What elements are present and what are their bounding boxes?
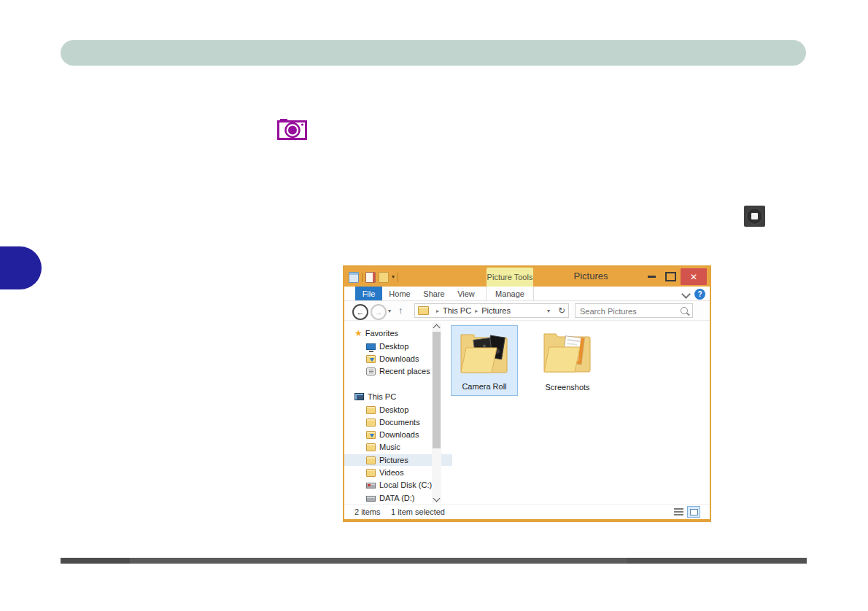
tab-home[interactable]: Home [387,287,413,300]
sidebar-item-label: Pictures [379,456,408,464]
sidebar-item-label: Desktop [379,342,408,351]
sidebar-group-favorites[interactable]: ★ Favorites [344,327,441,339]
sidebar-scrollbar[interactable] [432,323,441,503]
explorer-icon[interactable] [349,272,359,283]
stop-square [751,213,758,219]
camera-icon [277,118,307,140]
data-drive-icon [366,496,376,502]
tab-file[interactable]: File [355,287,382,300]
this-pc-icon [354,393,364,400]
maximize-button[interactable] [665,272,676,281]
folder-name: Screenshots [534,383,601,392]
address-box[interactable]: ▸ This PC ▸ Pictures [414,303,569,318]
folder-tile-camera-roll[interactable]: Camera Roll [451,325,518,396]
ribbon-tab-row: File Home Share View Manage ? [344,287,710,301]
footer-rule-segment [627,558,807,564]
ribbon-collapse-chevron-icon[interactable] [681,289,691,299]
sidebar-item-label: Documents [379,418,420,427]
breadcrumb-this-pc[interactable]: This PC [443,306,471,315]
favorites-star-icon: ★ [354,329,363,338]
up-button[interactable]: ↑ [398,305,403,316]
sidebar-item-label: Downloads [379,354,419,363]
camera-stop-button-icon [744,206,765,227]
breadcrumb-separator-icon: ▸ [475,308,478,314]
header-pill [61,40,806,66]
desktop-folder-icon [366,406,376,414]
camera-roll-folder-icon [459,330,510,375]
tab-view[interactable]: View [454,287,478,300]
status-bar: 2 items 1 item selected [344,504,710,519]
tab-share[interactable]: Share [420,287,448,300]
toolbar-separator [398,273,398,282]
sidebar-group-label: Favorites [365,329,398,338]
help-button[interactable]: ? [694,289,705,300]
window-title: Pictures [554,271,627,281]
scrollbar-thumb[interactable] [433,332,441,448]
breadcrumb-folder-icon [418,306,429,315]
chapter-edge-tab [0,246,42,289]
back-button[interactable]: ← [352,304,368,320]
folder-tile-screenshots[interactable]: Screenshots [534,325,601,396]
videos-icon [366,469,376,477]
footer-rule-segment [61,558,130,564]
qat-customize-caret-icon[interactable]: ▾ [392,274,395,280]
sidebar-item-label: DATA (D:) [379,494,414,502]
sidebar-item-label: Local Disk (C:) [379,480,432,489]
picture-tools-contextual-label: Picture Tools [487,268,533,287]
close-button[interactable]: ✕ [681,268,707,285]
toolbar-separator [362,273,363,282]
breadcrumb-separator-icon: ▸ [436,308,439,314]
sidebar-item-label: Music [379,443,400,451]
downloads-icon [366,355,376,363]
pictures-icon [366,456,376,464]
quick-access-toolbar: ▾ [349,271,398,283]
search-input[interactable] [578,305,676,318]
sidebar-item-label: Downloads [379,430,419,439]
documents-icon [366,419,376,427]
items-count: 2 items [354,507,380,516]
recent-places-icon [366,367,376,375]
refresh-icon[interactable]: ↻ [558,306,565,316]
forward-button[interactable]: → [371,304,387,320]
page: ▾ Picture Tools Pictures ✕ File Home Sha… [0,0,868,611]
screenshots-folder-icon [542,330,593,375]
search-icon[interactable] [681,307,688,314]
thumbnail-view-button[interactable] [687,506,700,518]
sidebar-item-label: Videos [379,468,403,477]
back-arrow-icon: ← [357,308,365,316]
search-box [575,303,693,318]
main-area: ★ Favorites Desktop Downloads Recent pla… [344,321,710,504]
new-folder-icon[interactable] [379,272,389,283]
window-titlebar[interactable]: ▾ Picture Tools Pictures ✕ [344,267,710,287]
sidebar-item-label: Desktop [379,405,408,414]
scroll-down-icon[interactable] [433,495,441,502]
desktop-icon [366,343,376,350]
address-bar-row: ← → ▾ ↑ ▸ This PC ▸ Pictures ▾ ↻ [344,301,710,321]
scroll-up-icon[interactable] [433,324,441,332]
selection-summary: 1 item selected [391,507,445,516]
sidebar-item-label: Recent places [379,367,430,375]
breadcrumb-pictures[interactable]: Pictures [481,306,511,315]
forward-arrow-icon: → [375,308,383,316]
recent-locations-caret-icon[interactable]: ▾ [388,308,391,314]
local-disk-icon [366,483,376,489]
minimize-button[interactable] [648,276,656,278]
downloads-icon [366,431,376,439]
sidebar-group-label: This PC [368,392,396,401]
tab-manage[interactable]: Manage [486,287,534,300]
explorer-window: ▾ Picture Tools Pictures ✕ File Home Sha… [343,265,711,522]
properties-icon[interactable] [365,272,376,283]
folder-name: Camera Roll [452,382,517,391]
details-view-button[interactable] [674,508,683,516]
music-icon [366,443,376,451]
sidebar-group-this-pc[interactable]: This PC [344,391,441,402]
address-dropdown-caret-icon[interactable]: ▾ [547,308,550,314]
